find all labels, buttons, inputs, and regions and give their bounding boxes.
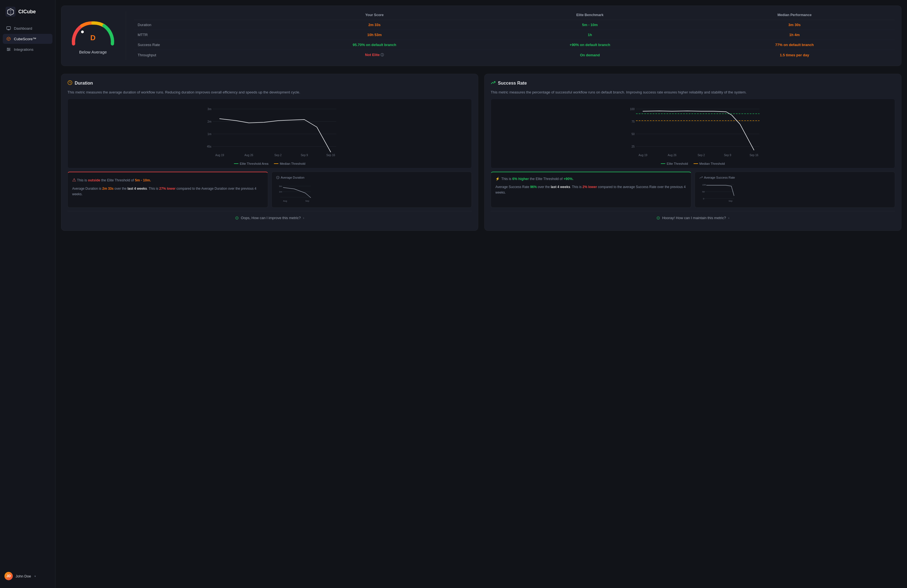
improve-icon: ⊙ xyxy=(235,215,239,220)
sr-val: 96% xyxy=(530,185,537,189)
higher-prefix: This is xyxy=(501,177,512,181)
success-mini-chart: Average Success Rate 100 50 0 Sep xyxy=(699,176,738,204)
svg-text:50: 50 xyxy=(702,190,705,193)
elite-cell: On demand xyxy=(486,50,695,61)
svg-point-4 xyxy=(8,50,9,51)
main-content: D Below Average Your Score Elite Benchma… xyxy=(56,0,907,588)
score-card: D Below Average Your Score Elite Benchma… xyxy=(61,6,901,66)
maintain-button[interactable]: ⊙ Hooray! How can I maintain this metric… xyxy=(491,211,895,224)
mini-chart-label: Average Duration xyxy=(276,176,315,179)
bolt-icon: ⚡ xyxy=(495,177,500,181)
elite-dot xyxy=(234,163,239,164)
gauge-label: Below Average xyxy=(79,50,107,54)
sidebar-item-label: Integrations xyxy=(14,48,34,51)
your-score-cell: Not Eliteⓘ xyxy=(264,50,486,61)
duration-chart-svg: 3m 2m 1m 45s Aug 19 Aug 26 Sep 2 Sep 9 S… xyxy=(72,104,467,159)
sr-change-percent: 2% lower xyxy=(583,185,597,189)
alert-triangle-icon: ⚠ xyxy=(72,177,76,182)
improve-button[interactable]: ⊙ Oops, How can I improve this metric? › xyxy=(67,211,472,224)
success-mini-chart-card: Average Success Rate 100 50 0 Sep xyxy=(695,172,895,208)
svg-rect-1 xyxy=(6,27,11,29)
chevron-right-icon-sr: › xyxy=(728,216,729,220)
sidebar: CICube Dashboard CubeScore™ xyxy=(0,0,56,588)
metric-cell: Throughput xyxy=(134,50,264,61)
svg-text:Sep 9: Sep 9 xyxy=(301,153,308,157)
your-score-cell: 2m 33s xyxy=(264,20,486,30)
svg-text:3m: 3m xyxy=(279,185,282,187)
col-header-median: Median Performance xyxy=(694,11,894,20)
metric-cell: MTTR xyxy=(134,30,264,40)
legend-median-sr: Median Threshold xyxy=(694,162,725,165)
sidebar-item-label: CubeScore™ xyxy=(14,37,36,41)
outside-highlight: outside xyxy=(88,178,100,182)
mini-label-text: Average Duration xyxy=(281,176,304,179)
outside-suffix: the Elite Threshold of xyxy=(101,178,135,182)
user-profile[interactable]: JD John Doe ▾ xyxy=(0,569,55,583)
sidebar-item-integrations[interactable]: Integrations xyxy=(3,45,53,54)
duration-alert-card: ⚠ This is outside the Elite Threshold of… xyxy=(67,172,268,208)
table-row: MTTR 10h 53m 1h 1h 4m xyxy=(134,30,894,40)
table-row: Success Rate 95.70% on default branch +9… xyxy=(134,40,894,50)
sidebar-item-dashboard[interactable]: Dashboard xyxy=(3,23,53,33)
median-cell: 77% on default branch xyxy=(694,40,894,50)
median-dot xyxy=(274,163,278,164)
avatar: JD xyxy=(5,572,13,580)
svg-text:Sep 16: Sep 16 xyxy=(750,153,758,157)
duration-chart-area: 3m 2m 1m 45s Aug 19 Aug 26 Sep 2 Sep 9 S… xyxy=(67,99,472,168)
success-rate-section: Success Rate This metric measures the pe… xyxy=(484,74,901,231)
success-header: Success Rate xyxy=(491,80,895,86)
svg-point-3 xyxy=(9,49,10,50)
trending-up-icon xyxy=(491,80,496,86)
sidebar-item-cubescore[interactable]: CubeScore™ xyxy=(3,34,53,44)
svg-text:3m: 3m xyxy=(208,108,212,111)
svg-text:100: 100 xyxy=(702,184,706,186)
svg-text:75: 75 xyxy=(631,120,635,123)
score-table: Your Score Elite Benchmark Median Perfor… xyxy=(134,11,894,60)
sr-threshold-value: +90%. xyxy=(563,177,574,181)
success-alert-card: ⚡ This is 6% higher the Elite Threshold … xyxy=(491,172,691,208)
svg-text:100: 100 xyxy=(630,108,635,111)
svg-text:Sep: Sep xyxy=(305,200,309,202)
sr-mini-chart-label: Average Success Rate xyxy=(699,176,738,179)
your-score-cell: 10h 53m xyxy=(264,30,486,40)
monitor-icon xyxy=(6,26,11,31)
col-header-metric xyxy=(134,11,264,20)
metric-cell: Duration xyxy=(134,20,264,30)
svg-text:1m: 1m xyxy=(279,190,282,193)
success-desc: This metric measures the percentage of s… xyxy=(491,89,895,96)
success-chart-area: 100 75 50 25 Aug 19 Aug 26 Sep 2 Sep 9 S… xyxy=(491,99,895,168)
legend-median-sr-label: Median Threshold xyxy=(699,162,725,165)
sliders-icon xyxy=(6,47,11,52)
your-score-cell: 95.70% on default branch xyxy=(264,40,486,50)
gauge-container: D Below Average xyxy=(68,11,126,60)
gauge-svg: D xyxy=(68,18,118,48)
sidebar-nav: Dashboard CubeScore™ Integrations xyxy=(0,23,55,54)
score-table-wrap: Your Score Elite Benchmark Median Perfor… xyxy=(134,11,894,60)
success-chart-legend: Elite Threshold Median Threshold xyxy=(495,162,890,165)
svg-text:Aug 19: Aug 19 xyxy=(639,153,647,157)
success-mini-svg: 100 50 0 Sep xyxy=(699,181,738,203)
maintain-icon: ⊙ xyxy=(656,215,660,220)
duration-mini-svg: 3m 1m Aug Sep xyxy=(276,181,315,203)
sr-mini-label-text: Average Success Rate xyxy=(704,176,735,179)
duration-section: Duration This metric measures the averag… xyxy=(61,74,478,231)
svg-text:D: D xyxy=(90,34,96,42)
legend-median: Median Threshold xyxy=(274,162,305,165)
svg-text:Sep 2: Sep 2 xyxy=(697,153,705,157)
chevron-right-icon: › xyxy=(303,216,304,220)
svg-text:Sep 2: Sep 2 xyxy=(274,153,282,157)
legend-elite-sr: Elite Threshold xyxy=(661,162,688,165)
chevron-down-icon: ▾ xyxy=(34,575,36,578)
svg-text:1m: 1m xyxy=(208,133,212,136)
app-name: CICube xyxy=(18,9,36,15)
duration-mini-chart-card: Average Duration 3m 1m Aug Sep xyxy=(271,172,472,208)
outside-prefix: This is xyxy=(77,178,88,182)
legend-elite-label: Elite Threshold Area xyxy=(240,162,268,165)
sidebar-item-label: Dashboard xyxy=(14,26,32,30)
svg-point-2 xyxy=(8,48,8,49)
svg-text:Aug 19: Aug 19 xyxy=(215,153,224,157)
table-row: Duration 2m 33s 5m - 10m 3m 30s xyxy=(134,20,894,30)
elite-cell: 5m - 10m xyxy=(486,20,695,30)
duration-header: Duration xyxy=(67,80,472,86)
svg-text:Sep 9: Sep 9 xyxy=(724,153,731,157)
